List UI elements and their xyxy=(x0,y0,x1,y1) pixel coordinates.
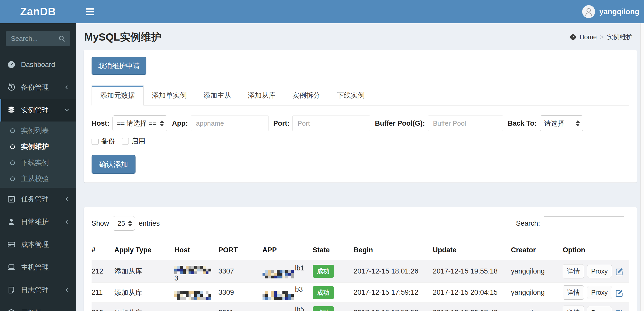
scrollbar[interactable] xyxy=(640,23,644,311)
column-header-7[interactable]: Update xyxy=(433,242,511,260)
cube-icon xyxy=(7,308,16,311)
port-input[interactable] xyxy=(293,116,370,131)
chevron-left-icon xyxy=(64,219,70,225)
sidebar-item-backup[interactable]: 备份管理 xyxy=(0,76,76,99)
update-cell: 2017-12-15 20:04:15 xyxy=(433,283,511,303)
sidebar-subitem-instance-list[interactable]: 实例列表 xyxy=(0,123,76,139)
search-icon[interactable] xyxy=(58,35,66,42)
sidebar-submenu: 实例列表实例维护下线实例主从校验 xyxy=(0,122,76,188)
option-cell: 详情Proxy xyxy=(563,303,629,311)
search-label: Search: xyxy=(516,219,540,227)
enable-checkbox-label[interactable]: 启用 xyxy=(122,136,145,146)
edit-icon[interactable] xyxy=(615,309,624,311)
column-header-1[interactable]: Apply Type xyxy=(114,242,174,260)
tab-offline-instance[interactable]: 下线实例 xyxy=(328,86,373,105)
detail-button[interactable]: 详情 xyxy=(563,264,584,278)
tab-add-slave[interactable]: 添加从库 xyxy=(239,86,284,105)
select-spinner-icon xyxy=(576,120,580,126)
sidebar-subitem-label: 实例列表 xyxy=(21,126,49,135)
proxy-button[interactable]: Proxy xyxy=(587,286,612,299)
sidebar-item-cost[interactable]: 成本管理 xyxy=(0,233,76,256)
backup-checkbox-label[interactable]: 备份 xyxy=(92,136,115,146)
sidebar-item-instance[interactable]: 实例管理 xyxy=(0,99,76,122)
cancel-maintenance-button[interactable]: 取消维护申请 xyxy=(92,57,146,75)
edit-icon[interactable] xyxy=(615,267,624,276)
option-cell: 详情Proxy xyxy=(563,260,629,283)
column-header-0[interactable]: # xyxy=(92,242,114,260)
detail-button[interactable]: 详情 xyxy=(563,285,584,300)
sidebar-item-dashboard[interactable]: Dashboard xyxy=(0,53,76,76)
tab-split-instance[interactable]: 实例拆分 xyxy=(284,86,328,105)
user-menu[interactable]: yangqilong xyxy=(582,5,639,18)
database-icon xyxy=(7,106,16,115)
column-header-8[interactable]: Creator xyxy=(511,242,563,260)
update-cell: 2017-12-15 20:07:48 xyxy=(433,303,511,311)
sidebar-item-label: 成本管理 xyxy=(21,240,76,249)
person-icon xyxy=(583,6,594,17)
state-cell: 成功 xyxy=(313,303,354,311)
sidebar-item-metadata[interactable]: 元数据 xyxy=(0,301,76,311)
tab-add-single-instance[interactable]: 添加单实例 xyxy=(144,86,195,105)
navbar-body: yangqilong xyxy=(76,0,644,23)
tab-add-master-slave[interactable]: 添加主从 xyxy=(195,86,239,105)
column-header-4[interactable]: APP xyxy=(263,242,313,260)
proxy-button[interactable]: Proxy xyxy=(587,306,612,311)
column-header-9[interactable]: Option xyxy=(563,242,629,260)
enable-checkbox[interactable] xyxy=(122,138,129,145)
begin-cell: 2017-12-15 18:01:26 xyxy=(354,260,433,283)
table-search-control: Search: xyxy=(516,216,624,230)
sidebar-toggle-button[interactable] xyxy=(84,6,96,18)
table-row: 210添加从库3311lb5成功2017-12-15 17:53:582017-… xyxy=(92,303,629,311)
sidebar-item-log[interactable]: 日志管理 xyxy=(0,279,76,301)
back-to-group: Back To: 请选择 xyxy=(508,115,583,131)
buffer-pool-input[interactable] xyxy=(428,116,503,131)
column-header-5[interactable]: State xyxy=(313,242,354,260)
confirm-add-button[interactable]: 确认添加 xyxy=(92,155,136,174)
begin-cell: 2017-12-15 17:59:12 xyxy=(354,283,433,303)
creator-cell: yangqilong xyxy=(511,303,563,311)
update-cell: 2017-12-15 19:55:18 xyxy=(433,260,511,283)
sidebar-subitem-master-slave-check[interactable]: 主从校验 xyxy=(0,171,76,187)
backup-checkbox[interactable] xyxy=(92,138,99,145)
page-title: MySQL实例维护 xyxy=(84,30,161,44)
page-size-select[interactable]: 25 xyxy=(113,216,135,231)
creator-cell: yangqilong xyxy=(511,283,563,303)
chevron-down-icon xyxy=(64,107,70,113)
app-logo[interactable]: ZanDB xyxy=(0,0,76,23)
sidebar-item-task[interactable]: 任务管理 xyxy=(0,188,76,210)
breadcrumb-home-link[interactable]: Home xyxy=(580,33,597,41)
column-header-3[interactable]: PORT xyxy=(218,242,262,260)
status-badge: 成功 xyxy=(313,265,334,278)
sidebar-subitem-instance-maintain[interactable]: 实例维护 xyxy=(0,139,76,155)
host-label: Host: xyxy=(92,119,109,127)
back-to-select[interactable]: 请选择 xyxy=(540,115,583,131)
detail-button[interactable]: 详情 xyxy=(563,306,584,311)
proxy-button[interactable]: Proxy xyxy=(587,265,612,278)
app-input[interactable] xyxy=(191,116,268,131)
censored-blur xyxy=(174,291,211,300)
sidebar-subitem-offline-instance[interactable]: 下线实例 xyxy=(0,155,76,171)
edit-icon[interactable] xyxy=(615,289,624,297)
column-header-2[interactable]: Host xyxy=(174,242,218,260)
host-select[interactable]: == 请选择 == xyxy=(113,115,167,131)
sidebar-item-daily-maintain[interactable]: 日常维护 xyxy=(0,210,76,233)
state-cell: 成功 xyxy=(313,283,354,303)
gauge-icon xyxy=(7,60,16,69)
column-header-6[interactable]: Begin xyxy=(354,242,433,260)
maintenance-tabs: 添加元数据添加单实例添加主从添加从库实例拆分下线实例 xyxy=(92,86,629,105)
sidebar-item-host[interactable]: 主机管理 xyxy=(0,256,76,279)
history-icon xyxy=(7,83,16,92)
sidebar-search-input[interactable] xyxy=(10,34,58,43)
app-group: App: xyxy=(172,116,268,131)
circle-o-icon xyxy=(9,176,16,182)
show-label: Show xyxy=(92,219,109,227)
host-group: Host: == 请选择 == xyxy=(92,115,167,131)
app-cell: b3 xyxy=(263,283,313,303)
sidebar-item-label: 日常维护 xyxy=(21,217,64,226)
table-search-input[interactable] xyxy=(544,216,624,230)
tab-add-metadata[interactable]: 添加元数据 xyxy=(92,86,144,105)
laptop-icon xyxy=(7,263,16,272)
apply-table: #Apply TypeHostPORTAPPStateBeginUpdateCr… xyxy=(92,242,629,311)
user-md-icon xyxy=(7,217,16,226)
sidebar-item-label: 任务管理 xyxy=(21,194,64,204)
